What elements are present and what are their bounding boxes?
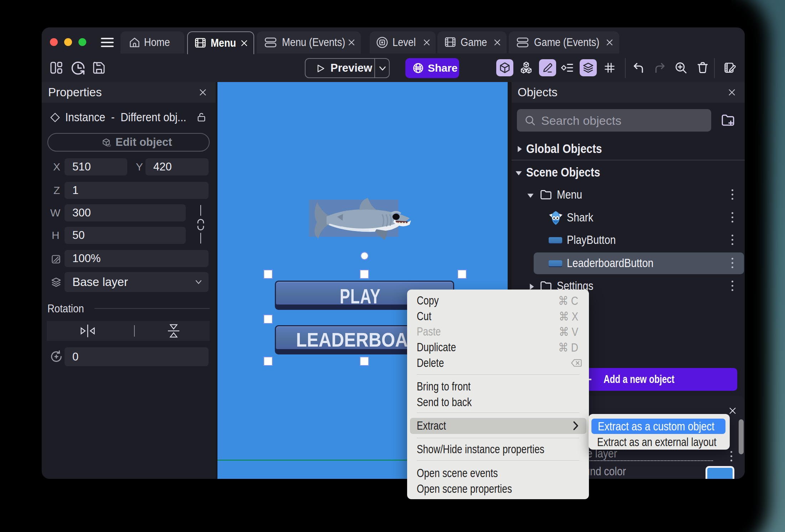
- svg-text:2D: 2D: [107, 144, 111, 147]
